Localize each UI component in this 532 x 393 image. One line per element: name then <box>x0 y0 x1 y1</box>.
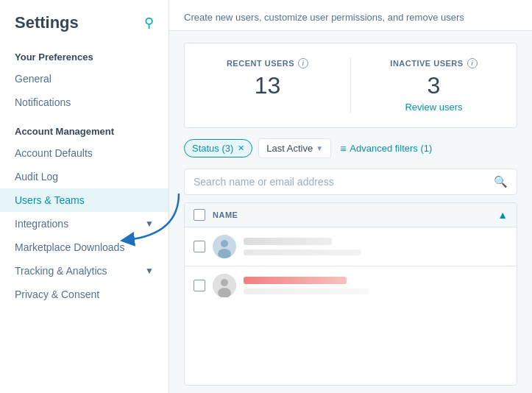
user-email-blurred <box>244 249 361 255</box>
sidebar-item-label: Tracking & Analytics <box>15 265 107 277</box>
svg-point-4 <box>221 279 228 286</box>
chevron-down-icon: ▼ <box>145 219 154 229</box>
inactive-users-count: 3 <box>366 73 502 99</box>
sidebar-item-label: Marketplace Downloads <box>15 241 124 253</box>
sidebar-section-account: Account Management <box>0 114 169 141</box>
search-container: Search name or email address 🔍 <box>169 166 532 202</box>
sidebar-item-label: General <box>15 73 52 85</box>
table-row <box>185 227 517 266</box>
info-icon: i <box>298 58 308 68</box>
filter-row: Status (3) ✕ Last Active ▼ ≡ Advanced fi… <box>169 128 532 166</box>
sidebar-item-label: Notifications <box>15 96 71 108</box>
select-all-checkbox[interactable] <box>194 209 205 221</box>
last-active-dropdown[interactable]: Last Active ▼ <box>258 138 331 158</box>
sidebar-item-general[interactable]: General <box>0 67 169 91</box>
table-row <box>185 266 517 305</box>
sidebar-item-notifications[interactable]: Notifications <box>0 91 169 114</box>
search-placeholder-text: Search name or email address <box>194 176 488 188</box>
status-filter-pill[interactable]: Status (3) ✕ <box>184 139 252 157</box>
sort-icon[interactable]: ▲ <box>497 209 508 221</box>
status-filter-label: Status (3) <box>192 143 233 154</box>
recent-users-count: 13 <box>199 73 336 99</box>
sidebar-section-preferences: Your Preferences <box>0 40 169 67</box>
table-header: NAME ▲ <box>185 203 517 227</box>
user-name-blurred <box>244 277 347 284</box>
avatar-placeholder-icon <box>213 274 236 297</box>
sidebar-item-audit-log[interactable]: Audit Log <box>0 165 169 188</box>
sidebar-item-label: Audit Log <box>15 171 58 183</box>
sidebar-item-account-defaults[interactable]: Account Defaults <box>0 141 169 165</box>
sidebar-item-label: Users & Teams <box>15 194 85 206</box>
sidebar-item-label: Privacy & Consent <box>15 288 99 300</box>
user-email-blurred <box>244 288 369 294</box>
user-avatar <box>213 235 236 258</box>
sidebar-title: Settings <box>15 13 79 32</box>
stats-row: RECENT USERS i 13 INACTIVE USERS i 3 Rev… <box>184 43 517 128</box>
info-icon: i <box>467 58 478 68</box>
search-box[interactable]: Search name or email address 🔍 <box>184 169 517 195</box>
user-info <box>244 277 508 294</box>
user-name-blurred <box>244 238 332 245</box>
recent-users-card: RECENT USERS i 13 <box>185 58 350 113</box>
advanced-filters-label: Advanced filters (1) <box>350 143 432 154</box>
row-checkbox[interactable] <box>194 241 205 252</box>
sidebar-item-integrations[interactable]: Integrations ▼ <box>0 212 169 236</box>
avatar-image <box>213 235 236 258</box>
svg-point-1 <box>221 240 228 247</box>
column-name-header: NAME <box>213 210 490 219</box>
sidebar-header: Settings ⚲ <box>0 0 169 40</box>
sidebar-item-tracking-analytics[interactable]: Tracking & Analytics ▼ <box>0 259 169 283</box>
review-users-link[interactable]: Review users <box>366 102 502 113</box>
user-avatar-placeholder <box>213 274 236 297</box>
filter-lines-icon: ≡ <box>340 143 346 155</box>
advanced-filters-button[interactable]: ≡ Advanced filters (1) <box>340 143 432 155</box>
search-icon[interactable]: ⚲ <box>144 15 154 31</box>
main-description: Create new users, customize user permiss… <box>169 0 532 31</box>
inactive-users-label: INACTIVE USERS i <box>366 58 502 68</box>
chevron-down-icon: ▼ <box>316 144 323 152</box>
sidebar-item-marketplace-downloads[interactable]: Marketplace Downloads <box>0 236 169 259</box>
sidebar-item-label: Account Defaults <box>15 147 93 159</box>
user-info <box>244 238 508 255</box>
recent-users-label: RECENT USERS i <box>199 58 336 68</box>
inactive-users-card: INACTIVE USERS i 3 Review users <box>350 58 517 113</box>
sidebar-item-users-teams[interactable]: Users & Teams <box>0 188 169 212</box>
close-icon[interactable]: ✕ <box>238 144 244 153</box>
main-content: Create new users, customize user permiss… <box>169 0 532 393</box>
search-icon[interactable]: 🔍 <box>494 175 508 188</box>
sidebar-item-privacy-consent[interactable]: Privacy & Consent <box>0 283 169 306</box>
row-checkbox[interactable] <box>194 280 205 291</box>
users-table: NAME ▲ <box>184 202 517 386</box>
sidebar-item-label: Integrations <box>15 218 68 230</box>
sidebar: Settings ⚲ Your Preferences General Noti… <box>0 0 169 393</box>
chevron-down-icon: ▼ <box>145 266 154 276</box>
last-active-label: Last Active <box>266 143 313 154</box>
